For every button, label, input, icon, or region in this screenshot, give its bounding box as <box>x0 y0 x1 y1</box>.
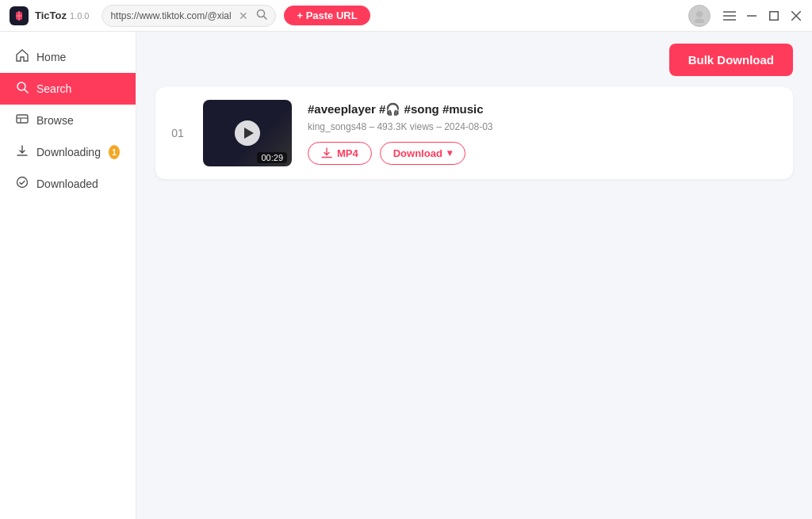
video-separator2: – <box>436 121 444 132</box>
sidebar-item-home[interactable]: Home <box>0 41 136 73</box>
sidebar-item-search[interactable]: Search <box>0 73 136 105</box>
main-header: Bulk Download <box>136 32 812 87</box>
url-clear-icon[interactable]: ✕ <box>239 10 248 21</box>
downloading-badge: 1 <box>109 145 120 159</box>
download-chevron-icon: ▾ <box>447 147 452 158</box>
video-list: 01 00:29 #aveeplayer #🎧 #song #music kin… <box>136 87 812 519</box>
svg-line-2 <box>264 16 267 19</box>
svg-rect-14 <box>17 115 28 123</box>
video-info: #aveeplayer #🎧 #song #music king_songs48… <box>308 102 780 165</box>
mp4-label: MP4 <box>337 147 358 159</box>
video-card: 01 00:29 #aveeplayer #🎧 #song #music kin… <box>155 87 793 179</box>
sidebar-label-home: Home <box>36 51 66 63</box>
sidebar-item-downloading[interactable]: Downloading 1 <box>0 136 136 168</box>
video-meta: king_songs48 – 493.3K views – 2024-08-03 <box>308 121 780 132</box>
sidebar-label-downloaded: Downloaded <box>36 177 98 190</box>
paste-url-button[interactable]: + Paste URL <box>284 6 370 25</box>
browse-icon <box>16 113 29 128</box>
video-author: king_songs48 <box>308 121 366 132</box>
sidebar-item-browse[interactable]: Browse <box>0 105 136 136</box>
url-search-icon[interactable] <box>256 9 267 23</box>
close-icon[interactable] <box>790 10 802 22</box>
app-name: TicToz <box>35 10 67 21</box>
avatar[interactable] <box>688 5 710 27</box>
titlebar: TicToz 1.0.0 https://www.tiktok.com/@xia… <box>0 0 812 32</box>
sidebar-label-downloading: Downloading <box>36 146 101 158</box>
url-bar[interactable]: https://www.tiktok.com/@xial ✕ <box>102 5 276 27</box>
video-title: #aveeplayer #🎧 #song #music <box>308 102 780 116</box>
download-button[interactable]: Download ▾ <box>380 142 465 165</box>
svg-point-3 <box>696 11 703 17</box>
video-date: 2024-08-03 <box>444 121 492 132</box>
app-body: Home Search Browse Downloading 1 Downl <box>0 32 812 519</box>
video-duration: 00:29 <box>257 152 287 163</box>
video-separator1: – <box>369 121 377 132</box>
window-controls <box>723 10 802 22</box>
downloaded-icon <box>16 176 29 192</box>
home-icon <box>16 49 29 65</box>
url-text: https://www.tiktok.com/@xial <box>110 10 234 21</box>
app-logo <box>10 6 29 25</box>
play-button[interactable] <box>235 120 260 146</box>
svg-point-4 <box>695 18 704 23</box>
sidebar-label-search: Search <box>36 82 71 95</box>
maximize-icon[interactable] <box>768 10 780 22</box>
sidebar-item-downloaded[interactable]: Downloaded <box>0 168 136 200</box>
downloading-icon <box>16 144 29 160</box>
video-index: 01 <box>168 127 187 139</box>
video-actions: MP4 Download ▾ <box>308 142 780 165</box>
svg-line-13 <box>25 90 28 93</box>
video-views: 493.3K views <box>377 121 433 132</box>
bulk-download-button[interactable]: Bulk Download <box>669 44 793 76</box>
mp4-button[interactable]: MP4 <box>308 142 372 165</box>
sidebar: Home Search Browse Downloading 1 Downl <box>0 32 136 519</box>
svg-rect-9 <box>770 11 779 20</box>
svg-point-18 <box>17 177 28 188</box>
menu-icon[interactable] <box>723 10 736 22</box>
app-version: 1.0.0 <box>70 11 89 21</box>
search-icon <box>16 81 29 97</box>
sidebar-label-browse: Browse <box>36 114 74 127</box>
video-thumbnail[interactable]: 00:29 <box>203 100 292 166</box>
minimize-icon[interactable] <box>745 10 758 22</box>
main-content: Bulk Download 01 00:29 #aveeplayer #🎧 #s… <box>136 32 812 519</box>
download-label: Download <box>393 147 442 159</box>
